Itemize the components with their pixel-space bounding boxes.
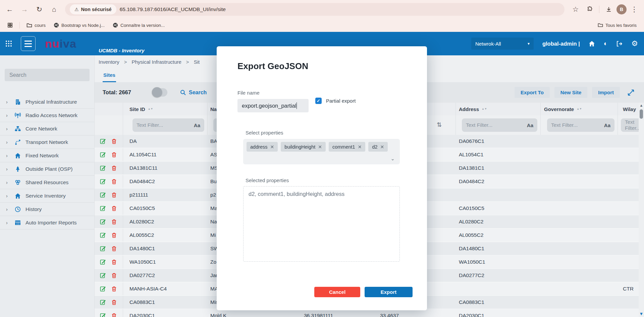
export-to-button[interactable]: Export To xyxy=(515,87,550,98)
export-button[interactable]: Export xyxy=(365,287,413,297)
edit-icon[interactable] xyxy=(100,205,106,211)
delete-icon[interactable] xyxy=(111,178,117,184)
case-sensitive-toggle[interactable]: Aa xyxy=(194,122,200,128)
bookmark-item[interactable]: Connaître la version... xyxy=(110,21,167,29)
sidebar-item[interactable]: › Physical Infrastructure xyxy=(0,95,94,109)
select-properties-input[interactable]: address ✕ buildingHeight ✕ comment1 ✕ d2… xyxy=(243,139,400,164)
column-header-wilaya[interactable]: Wilay xyxy=(618,103,639,115)
sidebar-item[interactable]: › History xyxy=(0,203,94,216)
delete-icon[interactable] xyxy=(111,272,117,278)
edit-icon[interactable] xyxy=(100,219,106,225)
settings-gear-icon[interactable]: ⚙ xyxy=(631,39,638,48)
edit-icon[interactable] xyxy=(100,192,106,198)
edit-icon[interactable] xyxy=(100,165,106,171)
edit-icon[interactable] xyxy=(100,286,106,292)
delete-icon[interactable] xyxy=(111,246,117,252)
new-site-button[interactable]: New Site xyxy=(554,87,588,98)
edit-icon[interactable] xyxy=(100,259,106,265)
search-button[interactable]: Search xyxy=(180,90,207,96)
remove-tag-icon[interactable]: ✕ xyxy=(358,144,362,150)
bookmark-item[interactable]: cours xyxy=(24,21,48,30)
delete-icon[interactable] xyxy=(111,299,117,305)
address-bar[interactable]: ⚠ Non sécurisé 65.108.79.187:6016/ACE_UC… xyxy=(65,3,565,16)
delete-icon[interactable] xyxy=(111,286,117,292)
delete-icon[interactable] xyxy=(111,192,117,198)
remove-tag-icon[interactable]: ✕ xyxy=(318,144,322,150)
delete-icon[interactable] xyxy=(111,152,117,158)
edit-icon[interactable] xyxy=(100,232,106,238)
url-text[interactable]: 65.108.79.187:6016/ACE_UCMDB_UI/inv/site xyxy=(120,6,226,12)
scroll-up-icon[interactable]: ▲ xyxy=(640,103,643,107)
delete-icon[interactable] xyxy=(111,205,117,211)
column-header-address[interactable]: Address▲▼ xyxy=(456,103,541,115)
toggle-switch[interactable] xyxy=(152,88,167,97)
sort-icon[interactable]: ▲▼ xyxy=(482,108,487,110)
profile-avatar[interactable]: B xyxy=(616,4,627,14)
breadcrumb-item[interactable]: Inventory > xyxy=(99,59,131,65)
edit-icon[interactable] xyxy=(100,299,106,305)
back-icon[interactable]: ← xyxy=(3,3,16,16)
bookmark-star-icon[interactable]: ☆ xyxy=(569,3,582,16)
sidebar-item[interactable]: › Outside Plant (OSP) xyxy=(0,162,94,176)
sort-icon[interactable]: ▲▼ xyxy=(577,108,582,110)
governorate-filter-input[interactable]: Text Filter...Aa xyxy=(547,118,614,132)
logout-icon[interactable] xyxy=(616,41,623,47)
cancel-button[interactable]: Cancel xyxy=(314,287,360,297)
column-header-site-id[interactable]: Site ID▲▼ xyxy=(123,103,208,115)
bookmark-item[interactable]: Bootstrap vs Node.j... xyxy=(51,21,107,29)
edit-icon[interactable] xyxy=(100,178,106,184)
edit-icon[interactable] xyxy=(100,138,106,144)
delete-icon[interactable] xyxy=(111,313,117,317)
browser-home-icon[interactable]: ⌂ xyxy=(48,3,60,16)
scrollbar-thumb[interactable] xyxy=(640,109,643,119)
delete-icon[interactable] xyxy=(111,138,117,144)
home-icon[interactable] xyxy=(589,41,595,47)
edit-icon[interactable] xyxy=(100,272,106,278)
delete-icon[interactable] xyxy=(111,232,117,238)
wilaya-filter-input[interactable]: Text Filter... xyxy=(621,118,639,132)
remove-tag-icon[interactable]: ✕ xyxy=(380,144,384,150)
contrast-icon[interactable]: ◐ xyxy=(604,40,607,47)
reload-icon[interactable]: ↻ xyxy=(33,3,46,16)
column-header-governorate[interactable]: Governorate▲▼ xyxy=(541,103,618,115)
site-id-filter-input[interactable]: Text Filter...Aa xyxy=(132,118,204,132)
partial-export-checkbox[interactable]: ✓ Partial export xyxy=(315,98,356,104)
selected-properties-textarea[interactable]: d2, comment1, buildingHeight, address xyxy=(243,186,400,262)
browser-menu-icon[interactable]: ⋮ xyxy=(628,3,641,16)
delete-icon[interactable] xyxy=(111,259,117,265)
address-filter-input[interactable]: Text Filter...Aa xyxy=(462,118,537,132)
sidebar-item[interactable]: › Auto Importer Reports xyxy=(0,216,94,229)
table-row[interactable]: DA2030C1 Mold K 36.31981111 33.4637 DA20… xyxy=(95,309,644,317)
sidebar-item[interactable]: › Radio Access Network xyxy=(0,109,94,122)
delete-icon[interactable] xyxy=(111,219,117,225)
expand-fullscreen-icon[interactable] xyxy=(625,87,637,98)
hamburger-menu-icon[interactable] xyxy=(21,36,36,51)
remove-tag-icon[interactable]: ✕ xyxy=(270,144,274,150)
forward-icon[interactable]: → xyxy=(18,3,31,16)
import-button[interactable]: Import xyxy=(592,87,620,98)
downloads-icon[interactable] xyxy=(602,3,615,16)
network-selector[interactable]: Netwrok-All ▾ xyxy=(471,38,534,50)
sidebar-search-input[interactable]: Search xyxy=(5,69,90,81)
sidebar-item[interactable]: › Fixed Network xyxy=(0,149,94,162)
waffle-grid-icon[interactable] xyxy=(5,40,12,47)
breadcrumb-item[interactable]: Physical Infrastructure > xyxy=(131,59,194,65)
edit-icon[interactable] xyxy=(100,152,106,158)
breadcrumb-item[interactable]: Sit > xyxy=(194,59,212,65)
edit-icon[interactable] xyxy=(100,313,106,317)
checkbox-checked-icon[interactable]: ✓ xyxy=(315,98,322,104)
sidebar-item[interactable]: › Shared Resources xyxy=(0,176,94,189)
edit-icon[interactable] xyxy=(100,246,106,252)
chevron-down-icon[interactable]: ⌄ xyxy=(390,156,395,162)
scroll-down-icon[interactable]: ▼ xyxy=(639,311,644,316)
sidebar-item[interactable]: › Service Inventory xyxy=(0,189,94,203)
delete-icon[interactable] xyxy=(111,165,117,171)
file-name-input[interactable]: export.geojson_partial xyxy=(237,99,309,112)
tab-sites[interactable]: Sites xyxy=(103,72,116,82)
sidebar-item[interactable]: › Transport Network xyxy=(0,136,94,149)
table-scrollbar[interactable]: ▲ ▼ xyxy=(639,103,644,317)
all-bookmarks[interactable]: Tous les favoris xyxy=(595,21,639,29)
sidebar-item[interactable]: › Core Network xyxy=(0,122,94,136)
sort-icon[interactable]: ▲▼ xyxy=(148,108,153,110)
number-filter-icon[interactable]: ⇅ xyxy=(437,121,442,128)
